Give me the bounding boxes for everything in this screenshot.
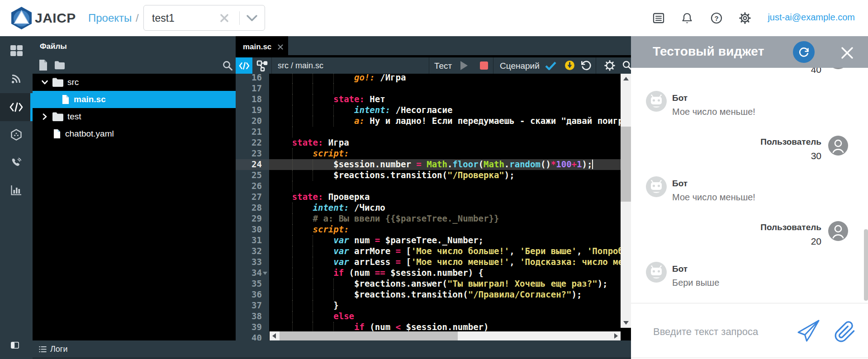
gutter-line-number: 17 [236, 83, 269, 94]
file-panel-title: Файлы [40, 42, 67, 51]
sidebar-item-nlu[interactable] [0, 121, 33, 149]
gutter-line-number: 31 [236, 235, 269, 246]
code-token [271, 224, 313, 234]
editor-horizontal-scrollbar[interactable] [270, 331, 621, 341]
code-editor[interactable]: 1617181920212223242526272829303132333435… [236, 74, 631, 341]
code-view-button[interactable] [236, 57, 252, 74]
tab-main-sc[interactable]: main.sc [236, 36, 288, 57]
chevron-right-icon[interactable] [41, 113, 48, 120]
code-line-24: $session.number = Math.floor(Math.random… [269, 159, 621, 170]
tree-item-chatbot-yaml[interactable]: chatbot.yaml [33, 125, 236, 142]
message-text: Бери выше [672, 278, 868, 288]
sidebar-item-telephony[interactable] [0, 149, 33, 177]
code-line-25: $reactions.transition("/Проверка"); [269, 170, 621, 181]
sidebar-item-analytics[interactable] [0, 176, 33, 204]
message-author: Бот [672, 265, 868, 273]
code-line-19: intent: /Несогласие [269, 105, 621, 116]
new-folder-icon[interactable] [55, 61, 65, 70]
code-token: = [396, 257, 401, 267]
code-token: + [572, 159, 577, 169]
code-token: , [509, 246, 520, 256]
logs-toggle[interactable]: Логи [39, 345, 67, 354]
deploy-icon[interactable] [565, 61, 574, 70]
code-line-28: intent: /Число [269, 203, 621, 213]
scroll-down-arrow-icon[interactable] [623, 321, 629, 325]
restart-test-button[interactable] [793, 41, 815, 63]
visual-editor-button[interactable] [252, 57, 271, 74]
file-search-icon[interactable] [223, 60, 232, 71]
sidebar-item-dashboard[interactable] [0, 37, 33, 65]
code-token: intent: [354, 105, 390, 115]
scroll-up-arrow-icon[interactable] [623, 77, 629, 80]
code-line-16: go!: /Игра [269, 74, 621, 83]
gutter-line-number: 18 [236, 94, 269, 105]
undo-icon[interactable] [581, 60, 592, 71]
sidebar-item-channels[interactable] [0, 65, 33, 93]
code-line-26 [269, 181, 621, 192]
chat-history[interactable]: Пользователь40БотМое число меньше!Пользо… [631, 68, 868, 303]
tree-item-src[interactable]: src [33, 74, 236, 91]
sidebar-item-code-editor[interactable] [0, 93, 33, 121]
account-email[interactable]: just-ai@example.com [768, 12, 855, 23]
gutter-line-number: 25 [236, 170, 269, 181]
tree-item-label: test [67, 112, 81, 122]
gutter-line-number: 21 [236, 127, 269, 137]
code-line-text: if (num == $session.number) { [269, 268, 484, 278]
fold-marker-icon[interactable] [263, 272, 267, 275]
editor-search-icon[interactable] [622, 61, 632, 70]
editor-settings-gear-icon[interactable] [604, 60, 615, 71]
journal-icon[interactable] [653, 12, 664, 24]
test-stop-icon[interactable] [480, 61, 488, 70]
code-token: "/Правила/Согласен?" [468, 289, 572, 299]
chevron-down-icon[interactable] [41, 79, 48, 86]
horizontal-scroll-thumb[interactable] [280, 331, 458, 341]
code-token: /Число [349, 203, 385, 213]
attach-file-paperclip-icon[interactable] [833, 321, 857, 343]
code-token: arrMore [349, 246, 396, 256]
send-message-icon[interactable] [796, 319, 821, 343]
editor-tab-bar: main.sc [236, 36, 631, 57]
code-token: var [333, 257, 349, 267]
svg-text:?: ? [714, 14, 718, 22]
chat-scroll-thumb[interactable] [864, 229, 868, 301]
code-token: Math [427, 159, 447, 169]
file-icon [62, 95, 70, 104]
code-token: if [333, 268, 344, 278]
widget-close-icon[interactable] [841, 47, 854, 59]
gutter-line-number: 35 [236, 279, 269, 289]
gutter-line-number: 28 [236, 203, 269, 213]
code-token: 'Подсказка: число меньше' [520, 257, 621, 267]
user-avatar [828, 136, 848, 156]
file-panel-actions [33, 57, 236, 74]
help-icon[interactable]: ? [711, 12, 722, 24]
settings-gear-icon[interactable] [739, 12, 751, 24]
code-token: , [509, 257, 520, 267]
collapse-panel-icon[interactable] [11, 342, 19, 349]
code-line-31: var num = $parseTree._Number; [269, 235, 621, 246]
notifications-bell-icon[interactable] [681, 12, 693, 24]
code-line-17 [269, 83, 621, 94]
code-token: script: [313, 148, 349, 158]
editor-vertical-scrollbar[interactable] [621, 74, 631, 328]
chat-input[interactable]: Введите текст запроса [653, 326, 758, 338]
tab-close-icon[interactable] [278, 44, 283, 50]
code-token: script: [313, 224, 349, 234]
new-file-icon[interactable] [38, 60, 48, 71]
refresh-icon [798, 47, 810, 58]
code-token: a: [354, 116, 365, 126]
grid-icon [10, 45, 23, 56]
code-token: /Несогласие [390, 105, 452, 115]
tree-item-main-sc[interactable]: main.sc [33, 91, 236, 108]
test-run-play-icon[interactable] [460, 61, 468, 71]
code-token [271, 74, 354, 82]
bot-message: БотМое число меньше! [646, 179, 868, 202]
indent-guide [292, 127, 293, 137]
scroll-right-arrow-icon[interactable] [614, 333, 618, 339]
scroll-left-arrow-icon[interactable] [272, 333, 276, 339]
scenario-valid-check-icon[interactable] [545, 61, 556, 70]
vertical-scroll-thumb[interactable] [621, 127, 631, 202]
code-token: state: [292, 192, 323, 202]
tree-item-test[interactable]: test [33, 108, 236, 125]
code-token: "Ты выиграл! Хочешь еще раз?" [447, 279, 598, 288]
code-token: == [375, 268, 385, 278]
